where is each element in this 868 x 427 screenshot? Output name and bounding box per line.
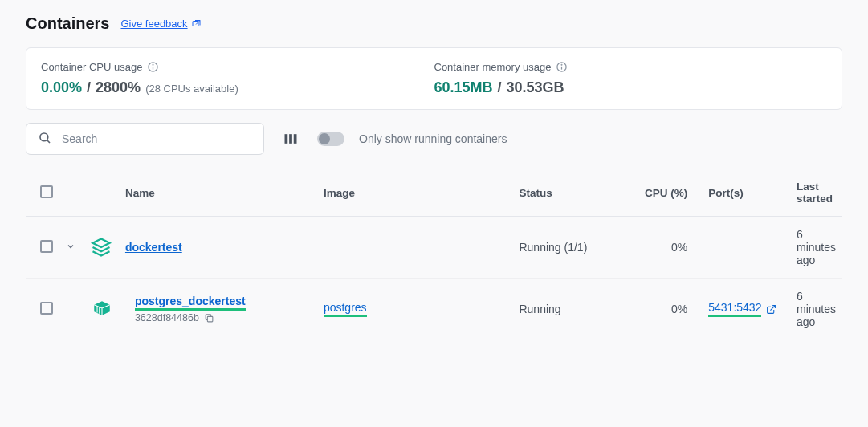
cpu-extra: (28 CPUs available) — [145, 83, 238, 95]
select-all-checkbox[interactable] — [40, 185, 53, 198]
cpu-stat-block: Container CPU usage 0.00% / 2800% (28 CP… — [41, 61, 434, 96]
memory-used: 60.15MB — [434, 79, 493, 96]
header-cpu[interactable]: CPU (%) — [631, 169, 695, 217]
cpu-value: 0% — [631, 217, 695, 279]
memory-stat-block: Container memory usage 60.15MB / 30.53GB — [434, 61, 828, 96]
info-icon[interactable] — [556, 61, 568, 73]
port-link[interactable]: 5431:5432 — [708, 301, 761, 317]
image-link[interactable]: postgres — [324, 301, 367, 317]
svg-rect-0 — [193, 21, 198, 26]
container-id: 3628df84486b — [135, 312, 199, 323]
header-ports[interactable]: Port(s) — [694, 169, 790, 217]
stats-card: Container CPU usage 0.00% / 2800% (28 CP… — [26, 47, 842, 110]
feedback-external-icon — [191, 19, 202, 29]
cpu-value: 0% — [631, 279, 695, 340]
stack-icon — [90, 236, 112, 258]
svg-marker-12 — [92, 239, 109, 248]
search-box[interactable] — [26, 123, 264, 155]
only-running-label: Only show running containers — [359, 132, 507, 145]
slash: / — [498, 79, 502, 96]
header-last[interactable]: Last started — [790, 169, 842, 217]
svg-line-14 — [771, 305, 776, 310]
row-checkbox[interactable] — [40, 240, 53, 253]
external-link-icon[interactable] — [766, 304, 776, 315]
slash: / — [87, 79, 91, 96]
containers-table: Name Image Status CPU (%) Port(s) Last s… — [26, 169, 842, 340]
svg-point-6 — [562, 64, 563, 65]
chevron-down-icon[interactable] — [66, 242, 75, 251]
table-row-group: dockertest Running (1/1) 0% 6 minutes ag… — [26, 217, 842, 279]
search-icon — [38, 131, 52, 148]
table-header-row: Name Image Status CPU (%) Port(s) Last s… — [26, 169, 842, 217]
columns-button[interactable] — [279, 127, 303, 151]
memory-total: 30.53GB — [507, 79, 564, 96]
cpu-total: 2800% — [96, 79, 141, 96]
table-row-container: postgres_dockertest 3628df84486b postgre… — [26, 279, 842, 340]
status-text: Running — [512, 279, 630, 340]
cpu-label: Container CPU usage — [41, 61, 142, 73]
header-name[interactable]: Name — [119, 169, 317, 217]
search-input[interactable] — [62, 132, 252, 145]
give-feedback-link[interactable]: Give feedback — [120, 18, 201, 30]
group-name-link[interactable]: dockertest — [125, 241, 182, 254]
memory-label: Container memory usage — [434, 61, 552, 73]
status-text: Running (1/1) — [512, 217, 630, 279]
info-icon[interactable] — [147, 61, 159, 73]
svg-rect-13 — [207, 316, 213, 322]
toggle-knob — [319, 133, 330, 144]
copy-icon[interactable] — [204, 313, 214, 323]
svg-rect-11 — [294, 134, 297, 144]
only-running-toggle[interactable] — [317, 132, 344, 146]
give-feedback-label: Give feedback — [120, 18, 187, 30]
cpu-used: 0.00% — [41, 79, 82, 96]
svg-rect-10 — [289, 134, 292, 144]
header-status[interactable]: Status — [512, 169, 630, 217]
last-started: 6 minutes ago — [790, 217, 842, 279]
svg-rect-9 — [285, 134, 288, 144]
container-name-link[interactable]: postgres_dockertest — [135, 295, 246, 311]
row-checkbox[interactable] — [40, 302, 53, 315]
last-started: 6 minutes ago — [790, 279, 842, 340]
header-image[interactable]: Image — [317, 169, 513, 217]
page-title: Containers — [26, 14, 109, 33]
svg-point-7 — [40, 133, 48, 141]
svg-line-8 — [47, 140, 50, 143]
svg-point-3 — [153, 64, 154, 65]
container-icon — [92, 298, 112, 319]
